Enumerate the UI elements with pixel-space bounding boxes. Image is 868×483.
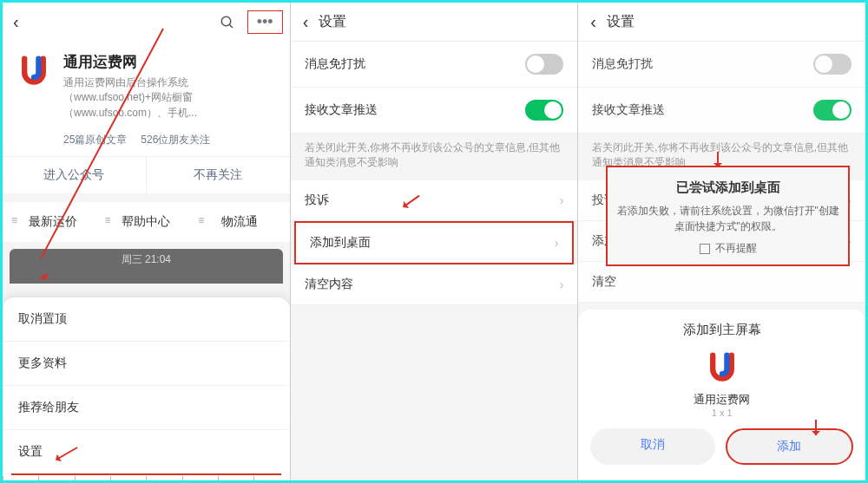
toggle-push[interactable]: [813, 100, 852, 121]
cancel-button[interactable]: 取消: [590, 428, 714, 465]
annotation-arrow: [717, 152, 719, 167]
ruler-ticks: [3, 476, 290, 480]
sheet-unpin[interactable]: 取消置顶: [3, 297, 290, 342]
row-complain[interactable]: 投诉›: [291, 180, 578, 221]
svg-point-0: [221, 16, 231, 26]
account-logo: [15, 52, 53, 90]
toast-title: 已尝试添加到桌面: [616, 179, 839, 196]
tab-logistics[interactable]: ≡物流通: [193, 202, 286, 242]
enter-account-button[interactable]: 进入公众号: [3, 157, 147, 193]
chevron-right-icon: ›: [560, 277, 564, 291]
sheet-settings[interactable]: 设置: [11, 430, 281, 475]
back-icon[interactable]: ‹: [299, 9, 312, 36]
back-icon[interactable]: ‹: [587, 9, 600, 36]
page-title: 设置: [607, 13, 635, 31]
app-icon: [703, 349, 741, 387]
add-home-toast: 已尝试添加到桌面 若添加失败，请前往系统设置，为微信打开"创建桌面快捷方式"的权…: [606, 166, 850, 266]
tab-help-center[interactable]: ≡帮助中心: [100, 202, 194, 242]
row-receive-push[interactable]: 接收文章推送: [291, 88, 578, 134]
checkbox-icon[interactable]: [700, 244, 710, 254]
action-sheet: 取消置顶 更多资料 推荐给朋友 设置: [3, 297, 290, 480]
svg-line-1: [229, 24, 233, 28]
chevron-right-icon: ›: [560, 193, 564, 207]
app-widget-size: 1 x 1: [590, 408, 853, 418]
sheet-more-info[interactable]: 更多资料: [3, 342, 290, 386]
add-to-home-sheet: 添加到主屏幕 通用运费网 1 x 1 取消 添加: [578, 310, 865, 480]
row-receive-push[interactable]: 接收文章推送: [578, 88, 865, 134]
account-stats: 25篇原创文章526位朋友关注: [3, 129, 290, 156]
account-description: 通用运费网由后台操作系统（www.ufsoo.net)+网站橱窗（www.ufs…: [63, 75, 278, 121]
row-add-to-home[interactable]: 添加到桌面›: [296, 223, 573, 263]
annotation-arrow: [815, 420, 817, 435]
chevron-right-icon: ›: [555, 236, 559, 250]
row-do-not-disturb[interactable]: 消息免打扰: [578, 42, 865, 88]
toggle-push[interactable]: [525, 100, 563, 121]
account-name: 通用运费网: [63, 52, 278, 72]
page-title: 设置: [319, 13, 346, 31]
back-icon[interactable]: ‹: [10, 9, 23, 36]
toast-dont-remind[interactable]: 不再提醒: [616, 241, 839, 256]
toggle-dnd[interactable]: [813, 54, 852, 75]
sheet-recommend[interactable]: 推荐给朋友: [3, 386, 290, 430]
add-button[interactable]: 添加: [726, 428, 853, 465]
unfollow-button[interactable]: 不再关注: [147, 157, 290, 193]
row-clear-content[interactable]: 清空内容›: [291, 264, 578, 305]
toggle-dnd[interactable]: [525, 54, 563, 75]
search-icon[interactable]: [220, 15, 235, 30]
more-menu-button[interactable]: •••: [247, 10, 283, 34]
row-do-not-disturb[interactable]: 消息免打扰: [291, 42, 578, 88]
sheet-title: 添加到主屏幕: [590, 322, 853, 338]
push-hint-text: 若关闭此开关,你将不再收到该公众号的文章信息,但其他通知类消息不受影响: [291, 134, 578, 180]
row-clear-content[interactable]: 清空: [578, 262, 865, 303]
app-name: 通用运费网: [590, 392, 853, 408]
toast-message: 若添加失败，请前往系统设置，为微信打开"创建桌面快捷方式"的权限。: [616, 203, 839, 234]
